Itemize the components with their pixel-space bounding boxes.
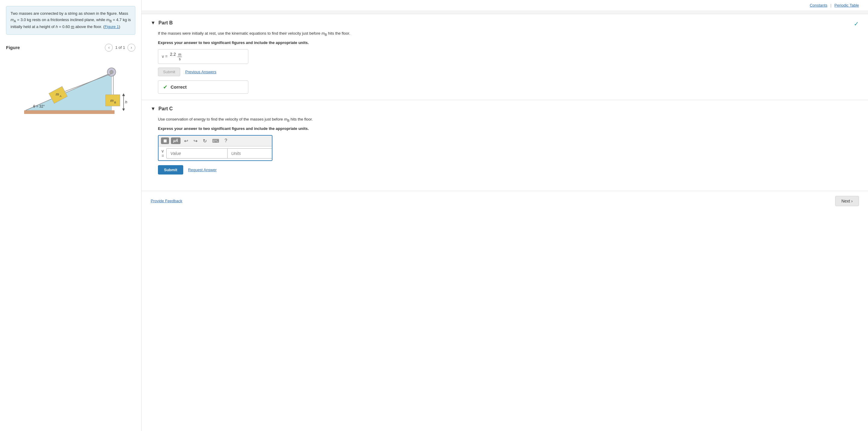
- math-input-row: v =: [158, 147, 272, 160]
- part-b-instruction: Express your answer to two significant f…: [158, 40, 859, 45]
- math-value-input[interactable]: [166, 148, 227, 158]
- math-toolbar: ▦ μÅ ↩ ↪ ↻ ⌨ ?: [158, 135, 272, 147]
- provide-feedback-link[interactable]: Provide Feedback: [151, 198, 182, 203]
- part-b-section: ▼ Part B ✓ If the masses were initially …: [142, 14, 868, 100]
- part-b-checkmark: ✓: [854, 20, 859, 27]
- part-b-title: Part B: [158, 20, 173, 26]
- part-c-submit-btn[interactable]: Submit: [158, 165, 183, 175]
- svg-rect-0: [24, 110, 115, 114]
- svg-text:h: h: [125, 100, 127, 104]
- part-b-submit-row: Submit Previous Answers: [158, 67, 859, 76]
- figure-counter: 1 of 1: [115, 45, 125, 50]
- part-b-content: If the masses were initially at rest, us…: [158, 30, 859, 94]
- part-c-submit-row: Submit Request Answer: [158, 165, 859, 175]
- part-c-header: ▼ Part C: [151, 106, 859, 112]
- toolbar-redo-btn[interactable]: ↪: [192, 137, 199, 144]
- part-b-correct-box: ✔ Correct: [158, 81, 248, 94]
- separator: |: [830, 3, 831, 7]
- figure-next-btn[interactable]: ›: [127, 44, 135, 52]
- svg-point-4: [110, 70, 113, 74]
- toolbar-mu-btn[interactable]: μÅ: [171, 137, 181, 144]
- part-c-question: Use conservation of energy to find the v…: [158, 116, 859, 123]
- part-b-eq: v =: [162, 54, 167, 59]
- part-c-section: ▼ Part C Use conservation of energy to f…: [142, 100, 868, 185]
- correct-text: Correct: [170, 84, 187, 90]
- toolbar-template-btn[interactable]: ▦: [161, 137, 169, 144]
- next-label: Next ›: [841, 198, 852, 204]
- part-c-instruction: Express your answer to two significant f…: [158, 126, 859, 131]
- svg-text:θ = 32°: θ = 32°: [33, 104, 45, 109]
- next-button[interactable]: Next ›: [835, 196, 859, 206]
- figure-section: Figure ‹ 1 of 1 ›: [6, 44, 135, 121]
- figure-container: m A m B h θ = 32°: [6, 55, 135, 121]
- part-b-collapse[interactable]: ▼: [151, 20, 156, 26]
- math-units-input[interactable]: [227, 148, 273, 158]
- svg-text:m: m: [56, 92, 59, 96]
- toolbar-help-btn[interactable]: ?: [223, 137, 229, 144]
- svg-text:B: B: [114, 101, 116, 104]
- part-c-collapse[interactable]: ▼: [151, 106, 156, 112]
- part-b-prev-answers-link[interactable]: Previous Answers: [185, 70, 216, 74]
- constants-link[interactable]: Constants: [810, 3, 828, 7]
- math-eq-label: v =: [161, 149, 164, 158]
- part-b-answer-box: v = 2.2 ms: [158, 49, 248, 64]
- part-c-title: Part C: [158, 106, 173, 112]
- part-c-request-answer-link[interactable]: Request Answer: [188, 167, 217, 172]
- figure-title: Figure: [6, 45, 20, 50]
- toolbar-undo-btn[interactable]: ↩: [182, 137, 190, 144]
- figure-prev-btn[interactable]: ‹: [105, 44, 113, 52]
- toolbar-keyboard-btn[interactable]: ⌨: [210, 137, 221, 144]
- svg-text:A: A: [60, 95, 61, 98]
- figure-nav: ‹ 1 of 1 ›: [105, 44, 135, 52]
- svg-text:m: m: [110, 98, 114, 103]
- periodic-table-link[interactable]: Periodic Table: [835, 3, 859, 7]
- part-c-content: Use conservation of energy to find the v…: [158, 116, 859, 175]
- part-b-question: If the masses were initially at rest, us…: [158, 30, 859, 37]
- toolbar-refresh-btn[interactable]: ↻: [201, 137, 209, 144]
- problem-description: Two masses are connected by a string as …: [6, 6, 135, 35]
- part-b-answer-value: 2.2 ms: [170, 52, 182, 61]
- math-input-container: ▦ μÅ ↩ ↪ ↻ ⌨ ? v =: [158, 135, 273, 161]
- right-panel: Constants | Periodic Table ▼ Part B ✓ If…: [142, 0, 868, 431]
- part-b-submit-btn[interactable]: Submit: [158, 67, 180, 76]
- top-links: Constants | Periodic Table: [142, 0, 868, 11]
- figure1-link[interactable]: Figure 1: [104, 24, 119, 29]
- bottom-bar: Provide Feedback Next ›: [142, 191, 868, 211]
- part-b-header: ▼ Part B ✓: [151, 20, 859, 26]
- left-panel: Two masses are connected by a string as …: [0, 0, 142, 431]
- correct-check-icon: ✔: [163, 84, 167, 90]
